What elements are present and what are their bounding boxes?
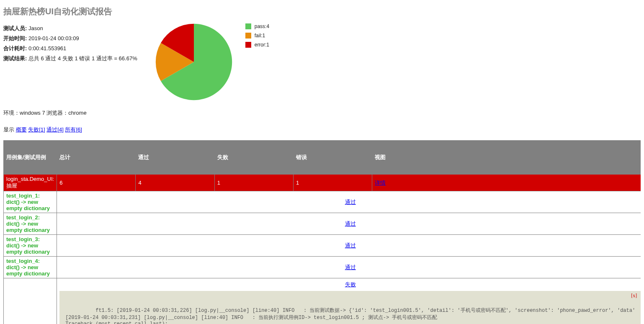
group-error: 1 (294, 175, 372, 191)
test5-log: [x] ft1.5: [2019-01-24 00:03:31,226] [lo… (59, 291, 641, 324)
test-row-5: test_login_5: dict() -> new empty dictio… (4, 278, 641, 324)
meta-block: 测试人员: Jason 开始时间: 2019-01-24 00:03:09 合计… (3, 22, 137, 65)
col-pass: 通过 (136, 141, 214, 175)
start-label: 开始时间: (3, 35, 27, 41)
legend-pass-label: pass:4 (255, 23, 269, 29)
legend-pass: pass:4 (245, 23, 269, 29)
pie-legend: pass:4 fail:1 error:1 (245, 22, 269, 51)
swatch-pass-icon (245, 23, 251, 29)
swatch-error-icon (245, 42, 251, 48)
tester-label: 测试人员: (3, 25, 27, 31)
table-header-row: 用例集/测试用例 总计 通过 失败 错误 视图 错误截图 (4, 141, 641, 175)
legend-fail: fail:1 (245, 33, 269, 39)
test5-name: test_login_5: dict() -> new empty dictio… (4, 278, 57, 324)
log-close-button[interactable]: [x] (631, 293, 637, 299)
test-row-4: test_login_4: dict() -> new empty dictio… (4, 257, 641, 278)
test2-view[interactable]: 通过 (345, 221, 356, 227)
group-row: login_sta.Demo_UI: 抽屉 6 4 1 1 详情 (4, 175, 641, 191)
result-value: 总共 6 通过 4 失败 1 错误 1 通过率 = 66.67% (28, 55, 137, 62)
show-fail-link[interactable]: 失败[1] (28, 126, 45, 133)
test3-view[interactable]: 通过 (345, 242, 356, 249)
environment: 环境：windows 7 浏览器：chrome (3, 109, 641, 117)
result-label: 测试结果: (3, 55, 27, 62)
show-all-link[interactable]: 所有[6] (65, 126, 82, 133)
test3-name: test_login_3: dict() -> new empty dictio… (4, 235, 57, 257)
duration-label: 合计耗时: (3, 45, 27, 51)
show-line: 显示 概要 失败[1] 通过[4] 所有[6] (3, 126, 641, 134)
legend-error: error:1 (245, 42, 269, 48)
group-fail: 1 (214, 175, 293, 191)
swatch-fail-icon (245, 33, 251, 39)
tester-value: Jason (28, 25, 43, 31)
page-title: 抽屉新热榜UI自动化测试报告 (3, 6, 641, 17)
pie-chart (154, 22, 234, 102)
test5-log-text: ft1.5: [2019-01-24 00:03:31,226] [log.py… (65, 308, 635, 324)
group-total: 6 (57, 175, 136, 191)
start-value: 2019-01-24 00:03:09 (28, 35, 79, 41)
test-row-2: test_login_2: dict() -> new empty dictio… (4, 213, 641, 235)
group-pass: 4 (136, 175, 214, 191)
test2-name: test_login_2: dict() -> new empty dictio… (4, 213, 57, 235)
show-pass-link[interactable]: 通过[4] (46, 126, 63, 133)
test1-view[interactable]: 通过 (345, 199, 356, 205)
show-prefix: 显示 (3, 126, 16, 133)
col-fail: 失败 (214, 141, 293, 175)
col-view: 视图 (372, 141, 641, 175)
test-row-1: test_login_1: dict() -> new empty dictio… (4, 191, 641, 213)
test4-view[interactable]: 通过 (345, 264, 356, 270)
group-name: login_sta.Demo_UI: 抽屉 (4, 175, 57, 191)
group-detail-link[interactable]: 详情 (375, 180, 386, 186)
duration-value: 0:00:41.553961 (28, 45, 66, 51)
test4-name: test_login_4: dict() -> new empty dictio… (4, 257, 57, 278)
col-error: 错误 (294, 141, 372, 175)
legend-fail-label: fail:1 (255, 33, 265, 39)
col-suite: 用例集/测试用例 (4, 141, 57, 175)
test-row-3: test_login_3: dict() -> new empty dictio… (4, 235, 641, 257)
legend-error-label: error:1 (255, 42, 269, 48)
test5-view[interactable]: 失败 (345, 281, 356, 288)
result-table: 用例集/测试用例 总计 通过 失败 错误 视图 错误截图 login_sta.D… (3, 140, 641, 324)
col-total: 总计 (57, 141, 136, 175)
test1-name: test_login_1: dict() -> new empty dictio… (4, 191, 57, 213)
show-summary-link[interactable]: 概要 (16, 126, 27, 133)
